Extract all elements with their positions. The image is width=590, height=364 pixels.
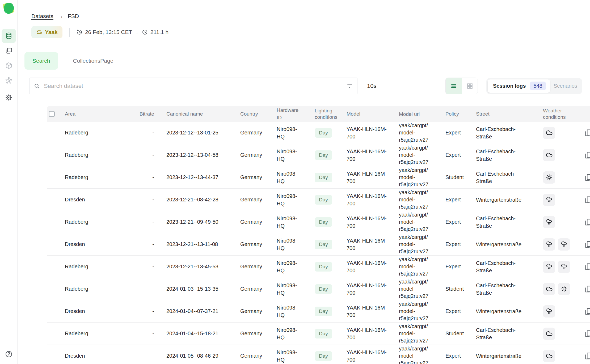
- copy-button[interactable]: [584, 173, 590, 181]
- cloud-icon: [543, 350, 555, 362]
- cell-hardware-id: Niro098-HQ: [272, 192, 307, 207]
- cell-bitrate: -: [132, 174, 162, 180]
- cell-policy: Expert: [441, 219, 471, 225]
- cell-policy: Expert: [441, 197, 471, 203]
- rain-icon: [558, 238, 570, 251]
- breadcrumb-arrow-icon: →: [58, 13, 64, 20]
- sidebar-item-packages[interactable]: [2, 58, 16, 73]
- header-area: Area: [60, 111, 132, 117]
- model-url-line: r5ajq2ru:v27: [399, 315, 428, 322]
- main-content: Datasets → FSD Yaak 26 Feb, 13:15 CET . …: [18, 0, 590, 364]
- copy-icon: [584, 129, 590, 137]
- session-logs-label: Session logs: [493, 83, 526, 89]
- cell-weather: [535, 238, 572, 251]
- lighting-badge: Day: [315, 307, 332, 316]
- copy-button[interactable]: [584, 151, 590, 159]
- cell-area: Radeberg: [60, 130, 132, 136]
- drizzle-icon: [558, 261, 570, 273]
- model-url-line: model-: [399, 308, 415, 315]
- cell-model: YAAK-HLN-16M-700: [342, 125, 394, 140]
- cell-model-url: yaak/cargpt/model-r5ajq2ru:v27: [394, 122, 441, 143]
- search-input[interactable]: [40, 83, 347, 90]
- cell-bitrate: -: [132, 241, 162, 247]
- select-all-checkbox[interactable]: [49, 111, 55, 117]
- topbar: Datasets → FSD Yaak 26 Feb, 13:15 CET . …: [18, 0, 590, 47]
- sidebar-item-pipelines[interactable]: [2, 73, 16, 88]
- table-row[interactable]: Radeberg - 2023-12-21--13-45-53 Germany …: [47, 256, 590, 278]
- table-row[interactable]: Radeberg - 2023-12-21--09-49-50 Germany …: [47, 211, 590, 233]
- filter-button[interactable]: [347, 83, 353, 89]
- app-logo[interactable]: [3, 2, 15, 14]
- search-icon: [34, 83, 40, 89]
- grid-view-button[interactable]: [462, 78, 478, 94]
- table-row[interactable]: Radeberg - 2023-12-12--13-01-25 Germany …: [47, 122, 590, 144]
- copy-button[interactable]: [584, 196, 590, 204]
- help-icon: [5, 350, 13, 358]
- help-button[interactable]: [3, 348, 15, 360]
- page-tabs: Search CollectionsPage: [24, 52, 590, 70]
- lighting-badge: Day: [315, 150, 332, 160]
- sidebar-item-settings[interactable]: [2, 90, 16, 105]
- session-logs-toggle[interactable]: Session logs 548: [488, 79, 550, 93]
- cell-model: YAAK-HLN-16M-700: [342, 148, 394, 163]
- scenarios-toggle[interactable]: Scenarios: [550, 83, 581, 89]
- copy-button[interactable]: [584, 263, 590, 271]
- sidebar-item-datasets[interactable]: [2, 29, 16, 43]
- tab-collections-page[interactable]: CollectionsPage: [65, 52, 121, 70]
- cell-area: Radeberg: [60, 286, 132, 292]
- copy-button[interactable]: [584, 307, 590, 315]
- copy-button[interactable]: [584, 330, 590, 338]
- table-row[interactable]: Radeberg - 2024-01-04--15-18-21 Germany …: [47, 323, 590, 345]
- copy-button[interactable]: [584, 218, 590, 226]
- table-row[interactable]: Dresden - 2024-01-04--07-37-21 Germany N…: [47, 300, 590, 323]
- cell-weather: [535, 283, 572, 295]
- cell-area: Dresden: [60, 197, 132, 203]
- cell-weather: [535, 350, 572, 362]
- lighting-badge: Day: [315, 329, 332, 338]
- copy-button[interactable]: [584, 240, 590, 248]
- tab-search[interactable]: Search: [24, 52, 58, 70]
- cell-policy: Expert: [441, 308, 471, 314]
- copy-button[interactable]: [584, 285, 590, 293]
- cell-actions: [572, 166, 590, 188]
- cell-street: Carl-Eschebach-Straße: [471, 215, 535, 230]
- sun-icon: [543, 171, 555, 184]
- cell-model: YAAK-HLN-16M-700: [342, 326, 394, 341]
- table-row[interactable]: Dresden - 2023-12-21--08-42-28 Germany N…: [47, 189, 590, 211]
- cell-actions: [572, 300, 590, 322]
- list-view-button[interactable]: [446, 78, 462, 94]
- model-url-line: r5ajq2ru:v27: [399, 337, 428, 344]
- cell-model: YAAK-HLN-16M-700: [342, 304, 394, 319]
- cell-bitrate: -: [132, 264, 162, 270]
- rain-icon: [543, 305, 555, 318]
- cell-canonical-name: 2023-12-12--13-01-25: [162, 130, 235, 136]
- model-url-line: yaak/cargpt/: [399, 167, 428, 174]
- copy-icon: [584, 352, 590, 360]
- breadcrumb-datasets-link[interactable]: Datasets: [31, 13, 53, 19]
- sidebar-item-collections[interactable]: [2, 44, 16, 58]
- cell-country: Germany: [235, 308, 272, 314]
- cell-bitrate: -: [132, 308, 162, 314]
- lighting-badge: Day: [315, 195, 332, 205]
- vehicle-badge[interactable]: Yaak: [31, 26, 62, 38]
- cell-hardware-id: Niro098-HQ: [272, 237, 307, 252]
- cell-street: Wintergartenstraße: [471, 196, 535, 204]
- model-url-line: yaak/cargpt/: [399, 323, 428, 330]
- copy-button[interactable]: [584, 352, 590, 360]
- copy-icon: [584, 330, 590, 338]
- cloud-icon: [543, 149, 555, 161]
- cell-hardware-id: Niro098-HQ: [272, 304, 307, 319]
- model-url-line: r5ajq2ru:v27: [399, 248, 428, 255]
- sidebar: [0, 0, 18, 364]
- table-row[interactable]: Radeberg - 2024-01-03--15-13-35 Germany …: [47, 278, 590, 300]
- duration-filter[interactable]: 10s: [367, 83, 376, 90]
- cell-policy: Expert: [441, 130, 471, 136]
- table-row[interactable]: Dresden - 2023-12-21--13-11-08 Germany N…: [47, 233, 590, 256]
- table-row[interactable]: Dresden - 2024-01-05--08-46-29 Germany N…: [47, 345, 590, 364]
- cell-model: YAAK-HLN-16M-700: [342, 259, 394, 274]
- table-row[interactable]: Radeberg - 2023-12-12--13-04-58 Germany …: [47, 144, 590, 166]
- table-row[interactable]: Radeberg - 2023-12-12--13-44-37 Germany …: [47, 166, 590, 189]
- copy-button[interactable]: [584, 129, 590, 137]
- header-bitrate: Bitrate: [132, 111, 162, 117]
- cell-canonical-name: 2024-01-04--15-18-21: [162, 331, 235, 337]
